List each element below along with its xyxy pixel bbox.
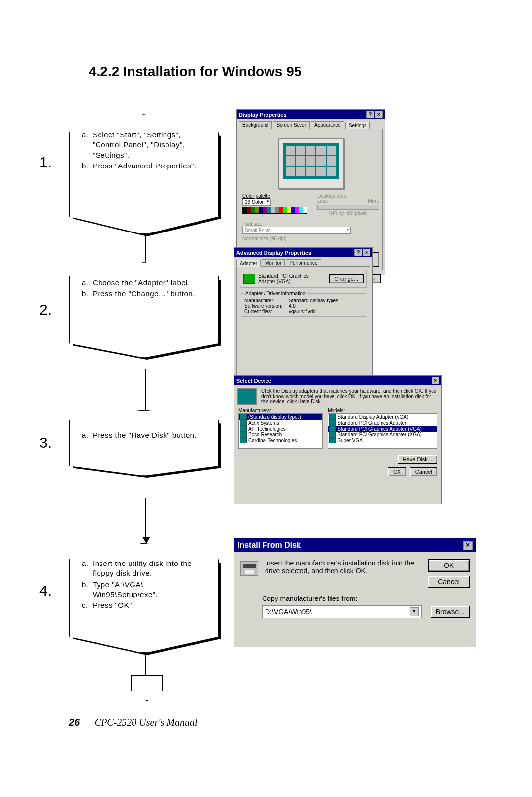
tab-screensaver[interactable]: Screen Saver	[273, 121, 310, 129]
manufacturers-label: Manufacturers:	[238, 408, 323, 413]
step-3-text: a.Press the "Have Disk" button.	[70, 411, 218, 453]
page-number: 26	[69, 717, 80, 728]
resolution-slider[interactable]	[317, 205, 379, 210]
cancel-button[interactable]: Cancel	[428, 576, 470, 588]
color-swatches	[242, 207, 307, 214]
change-button[interactable]: Change...	[329, 274, 364, 283]
titlebar: Display Properties ?×	[237, 110, 385, 119]
slider-less: Less	[317, 199, 328, 204]
select-device-message: Click the Display adapters that matches …	[261, 388, 438, 405]
step-number-2: 2.	[39, 301, 52, 318]
have-disk-button[interactable]: Have Disk...	[398, 455, 437, 464]
copy-from-label: Copy manufacturer's files from:	[262, 595, 470, 602]
path-input[interactable]: D:\VGA\Win95\▼	[262, 605, 422, 618]
screenshot-advanced-display: Advanced Display Properties ?× Adapter M…	[234, 247, 373, 386]
close-icon[interactable]: ×	[463, 541, 473, 550]
tab-background[interactable]: Background	[239, 121, 272, 129]
resolution-readout: 640 by 480 pixels	[317, 211, 379, 216]
fontsize-label: Font size	[242, 221, 263, 227]
browse-button[interactable]: Browse...	[431, 606, 470, 618]
install-message: Insert the manufacturer's installation d…	[265, 559, 421, 588]
floppy-disk-icon	[240, 561, 258, 576]
slider-more: More	[368, 199, 379, 204]
help-icon: ?	[366, 111, 374, 118]
adapter-icon	[243, 274, 255, 284]
tab-appearance[interactable]: Appearance	[311, 121, 344, 129]
color-palette-select[interactable]: 16 Color	[242, 199, 271, 206]
step-4-text: a.Insert the utility disk into the flopp…	[70, 544, 218, 623]
titlebar-text: Select Device	[236, 378, 271, 384]
step-number-3: 3.	[39, 434, 52, 451]
screenshot-select-device: Select Device × Click the Display adapte…	[234, 375, 442, 504]
monitor-preview-icon	[278, 138, 344, 189]
manual-title: CPC-2520 User's Manual	[95, 717, 198, 728]
cancel-button[interactable]: Cancel	[410, 467, 437, 476]
titlebar-text: Advanced Display Properties	[236, 250, 311, 256]
step-number-4: 4.	[39, 582, 52, 599]
help-icon[interactable]: ?	[354, 249, 362, 256]
adapter-name: Standard PCI Graphics Adapter (VGA)	[258, 273, 324, 284]
step-2-text: a.Choose the "Adapter" label. b.Press th…	[70, 263, 218, 312]
tab-monitor[interactable]: Monitor	[262, 259, 285, 266]
tab-adapter[interactable]: Adapter	[236, 260, 261, 267]
tabstrip[interactable]: Background Screen Saver Appearance Setti…	[237, 119, 385, 129]
close-icon[interactable]: ×	[432, 377, 439, 384]
ok-button[interactable]: OK	[388, 467, 406, 476]
section-heading: 4.2.2 Installation for Windows 95	[89, 64, 493, 80]
titlebar-text: Install From Disk	[237, 541, 301, 550]
color-palette-label: Color palette	[242, 193, 307, 199]
tab-performance[interactable]: Performance	[286, 259, 321, 266]
fontsize-select[interactable]: Small Fonts	[242, 227, 351, 234]
window-controls[interactable]: ?×	[366, 111, 383, 118]
monitor-icon	[237, 388, 257, 405]
models-list[interactable]: Standard Display Adapter (VGA)Standard P…	[328, 413, 437, 449]
screenshot-install-from-disk: Install From Disk × Insert the manufactu…	[234, 538, 476, 647]
driver-info-label: Adapter / Driver information	[244, 291, 306, 296]
chevron-down-icon[interactable]: ▼	[410, 607, 419, 616]
flow-terminator-icon	[131, 675, 163, 701]
close-icon: ×	[375, 111, 383, 118]
desktop-area-label: Desktop area	[317, 193, 346, 199]
fontsize-note: Normal size (96 dpi)	[242, 236, 379, 241]
tab-settings[interactable]: Settings	[345, 122, 370, 129]
step-number-1: 1.	[39, 154, 52, 170]
step-1-text: a.Select "Start", "Settings", "Control P…	[70, 115, 218, 184]
ok-button[interactable]: OK	[428, 559, 470, 572]
manufacturers-list[interactable]: (Standard display types)Actix SystemsATI…	[238, 413, 323, 449]
models-label: Models:	[328, 408, 437, 413]
close-icon[interactable]: ×	[363, 249, 370, 256]
